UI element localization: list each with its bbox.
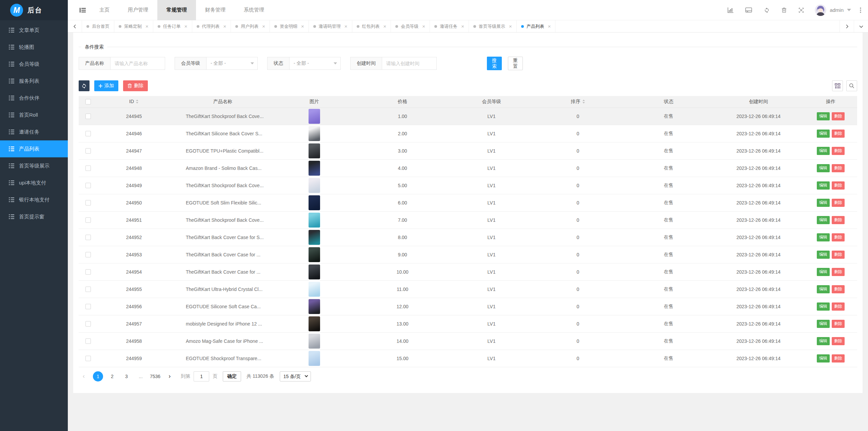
row-checkbox[interactable] bbox=[85, 356, 91, 361]
delete-selected-button[interactable]: 删除 bbox=[123, 80, 148, 91]
topnav-item[interactable]: 财务管理 bbox=[196, 0, 235, 20]
edit-button[interactable]: 编辑 bbox=[817, 164, 830, 172]
refresh-button[interactable] bbox=[79, 80, 90, 91]
edit-button[interactable]: 编辑 bbox=[817, 147, 830, 155]
sidebar-item[interactable]: 文章单页 bbox=[0, 22, 68, 39]
fullscreen-icon[interactable] bbox=[798, 7, 804, 13]
tab-代理列表[interactable]: 代理列表× bbox=[192, 20, 231, 32]
column-header-sort[interactable]: 排序 bbox=[531, 96, 625, 107]
product-thumbnail[interactable] bbox=[309, 282, 320, 297]
edit-button[interactable]: 编辑 bbox=[817, 285, 830, 293]
product-thumbnail[interactable] bbox=[309, 230, 320, 245]
edit-button[interactable]: 编辑 bbox=[817, 337, 830, 345]
column-header-id[interactable]: ID bbox=[98, 96, 170, 107]
row-checkbox[interactable] bbox=[85, 183, 91, 188]
topnav-item[interactable]: 主页 bbox=[90, 0, 119, 20]
collapse-sidebar-icon[interactable] bbox=[75, 0, 90, 20]
edit-button[interactable]: 编辑 bbox=[817, 130, 830, 138]
sidebar-item[interactable]: 银行本地支付 bbox=[0, 191, 68, 208]
edit-button[interactable]: 编辑 bbox=[817, 112, 830, 120]
product-thumbnail[interactable] bbox=[309, 143, 320, 158]
search-field-select[interactable]: - 全部 - bbox=[289, 57, 341, 70]
product-thumbnail[interactable] bbox=[309, 109, 320, 124]
tab-close-icon[interactable]: × bbox=[145, 24, 149, 29]
search-field-input[interactable] bbox=[382, 57, 437, 70]
sidebar-item[interactable]: 产品列表 bbox=[0, 140, 68, 157]
tab-close-icon[interactable]: × bbox=[383, 24, 387, 29]
next-page-button[interactable]: › bbox=[164, 371, 175, 381]
row-checkbox[interactable] bbox=[85, 321, 91, 327]
tab-后台首页[interactable]: 后台首页 bbox=[82, 20, 114, 32]
topnav-item[interactable]: 常规管理 bbox=[157, 0, 196, 20]
page-size-select[interactable]: 15 条/页 bbox=[280, 371, 311, 381]
delete-button[interactable]: 删除 bbox=[832, 216, 845, 224]
tab-用户列表[interactable]: 用户列表× bbox=[231, 20, 270, 32]
sidebar-item[interactable]: 轮播图 bbox=[0, 39, 68, 56]
trash-icon[interactable] bbox=[782, 7, 787, 13]
row-checkbox[interactable] bbox=[85, 269, 91, 275]
tab-首页等级展示[interactable]: 首页等级展示× bbox=[469, 20, 517, 32]
edit-button[interactable]: 编辑 bbox=[817, 251, 830, 259]
sidebar-item[interactable]: 首页Roll bbox=[0, 106, 68, 123]
edit-button[interactable]: 编辑 bbox=[817, 199, 830, 207]
row-checkbox[interactable] bbox=[85, 338, 91, 344]
edit-button[interactable]: 编辑 bbox=[817, 181, 830, 190]
product-thumbnail[interactable] bbox=[309, 247, 320, 262]
reset-button[interactable]: 重置 bbox=[508, 57, 523, 70]
row-checkbox[interactable] bbox=[85, 304, 91, 309]
delete-button[interactable]: 删除 bbox=[832, 285, 845, 293]
sidebar-item[interactable]: 合作伙伴 bbox=[0, 90, 68, 106]
sidebar-item[interactable]: 首页等级展示 bbox=[0, 157, 68, 174]
table-search-button[interactable] bbox=[846, 80, 857, 91]
delete-button[interactable]: 删除 bbox=[832, 302, 845, 311]
sidebar-item[interactable]: 服务列表 bbox=[0, 73, 68, 90]
tab-close-icon[interactable]: × bbox=[344, 24, 348, 29]
user-menu[interactable]: admin bbox=[815, 4, 851, 16]
tab-close-icon[interactable]: × bbox=[422, 24, 425, 29]
search-field-input[interactable] bbox=[110, 57, 165, 70]
product-thumbnail[interactable] bbox=[309, 265, 320, 279]
tab-close-icon[interactable]: × bbox=[509, 24, 512, 29]
product-thumbnail[interactable] bbox=[309, 195, 320, 210]
edit-button[interactable]: 编辑 bbox=[817, 320, 830, 328]
edit-button[interactable]: 编辑 bbox=[817, 233, 830, 241]
delete-button[interactable]: 删除 bbox=[832, 181, 845, 190]
product-thumbnail[interactable] bbox=[309, 126, 320, 141]
sidebar-item[interactable]: 首页提示窗 bbox=[0, 208, 68, 225]
page-button[interactable]: 2 bbox=[107, 371, 117, 381]
add-button[interactable]: 添加 bbox=[94, 80, 118, 91]
edit-button[interactable]: 编辑 bbox=[817, 216, 830, 224]
tab-产品列表[interactable]: 产品列表× bbox=[517, 20, 556, 32]
delete-button[interactable]: 删除 bbox=[832, 164, 845, 172]
row-checkbox[interactable] bbox=[85, 287, 91, 292]
tab-红包列表[interactable]: 红包列表× bbox=[352, 20, 391, 32]
topnav-item[interactable]: 系统管理 bbox=[235, 0, 273, 20]
kebab-menu-icon[interactable] bbox=[860, 7, 861, 13]
product-thumbnail[interactable] bbox=[309, 316, 320, 331]
row-checkbox[interactable] bbox=[85, 252, 91, 257]
delete-button[interactable]: 删除 bbox=[832, 233, 845, 241]
sidebar-item[interactable]: upi本地支付 bbox=[0, 174, 68, 191]
page-button[interactable]: 1 bbox=[93, 371, 103, 381]
tab-邀请任务[interactable]: 邀请任务× bbox=[430, 20, 469, 32]
tab-邀请码管理[interactable]: 邀请码管理× bbox=[309, 20, 352, 32]
edit-button[interactable]: 编辑 bbox=[817, 302, 830, 311]
tab-资金明细[interactable]: 资金明细× bbox=[270, 20, 309, 32]
row-checkbox[interactable] bbox=[85, 200, 91, 205]
row-checkbox[interactable] bbox=[85, 217, 91, 223]
row-checkbox[interactable] bbox=[85, 114, 91, 119]
tab-close-icon[interactable]: × bbox=[461, 24, 464, 29]
delete-button[interactable]: 删除 bbox=[832, 354, 845, 363]
tab-close-icon[interactable]: × bbox=[262, 24, 265, 29]
product-thumbnail[interactable] bbox=[309, 178, 320, 193]
columns-toggle-button[interactable] bbox=[832, 80, 843, 91]
page-button[interactable]: 7536 bbox=[150, 371, 160, 381]
tab-策略定制[interactable]: 策略定制× bbox=[114, 20, 153, 32]
tab-close-icon[interactable]: × bbox=[548, 24, 551, 29]
topnav-item[interactable]: 用户管理 bbox=[119, 0, 157, 20]
delete-button[interactable]: 删除 bbox=[832, 199, 845, 207]
tab-close-icon[interactable]: × bbox=[184, 24, 188, 29]
layout-icon[interactable] bbox=[745, 7, 752, 13]
tabs-dropdown-icon[interactable] bbox=[854, 20, 868, 32]
sort-icon[interactable] bbox=[136, 99, 139, 105]
